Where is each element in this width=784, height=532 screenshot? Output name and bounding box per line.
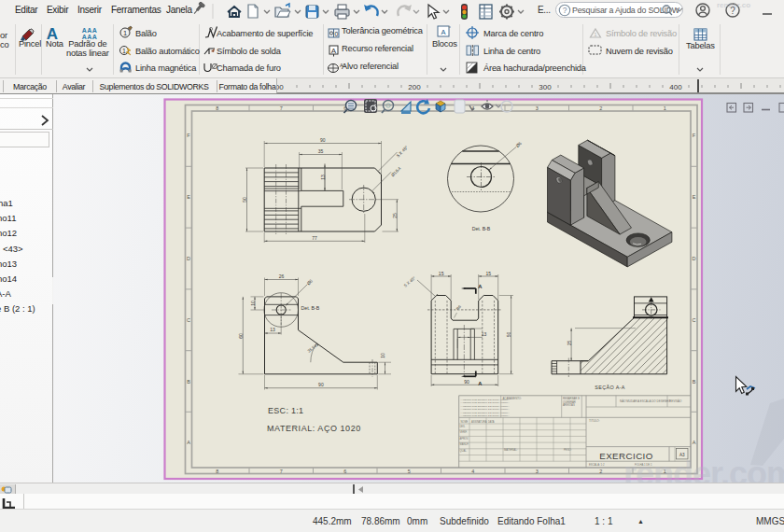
- svg-text:?: ?: [563, 6, 567, 15]
- svg-text:200: 200: [408, 83, 421, 91]
- svg-text:300: 300: [539, 83, 552, 91]
- svg-text:1: 1: [123, 29, 127, 37]
- svg-text:400: 400: [669, 83, 682, 91]
- svg-text:°: °: [449, 25, 451, 31]
- svg-text:AAA: AAA: [82, 27, 98, 34]
- svg-text:100: 100: [277, 83, 284, 91]
- svg-text:A: A: [441, 28, 445, 36]
- svg-text:A: A: [331, 47, 337, 55]
- svg-text:1: 1: [122, 48, 126, 54]
- svg-text:0: 0: [335, 31, 339, 37]
